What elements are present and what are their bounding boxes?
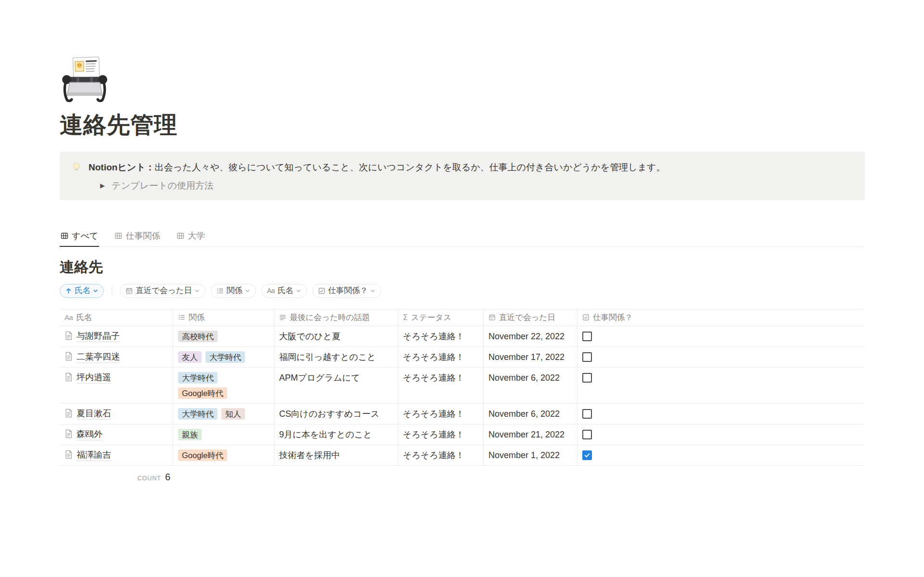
aa-icon: Aa (267, 287, 275, 295)
relation-cell[interactable]: 大学時代知人 (173, 404, 274, 424)
table-header-row: Aa 氏名 関係 最後に会った時の話題 Σ ステータス 直近で会った日 仕事関係… (60, 309, 865, 326)
table-row[interactable]: 坪内逍遥 大学時代Google時代 APMプログラムにて そろそろ連絡！ Nov… (60, 368, 865, 404)
table-row[interactable]: 与謝野晶子 高校時代 大阪でのひと夏 そろそろ連絡！ November 22, … (60, 326, 865, 347)
status-cell[interactable]: そろそろ連絡！ (398, 368, 484, 403)
relation-tag: 大学時代 (205, 351, 245, 363)
page-icon (64, 450, 73, 459)
column-header[interactable]: Σ ステータス (398, 309, 484, 326)
column-header[interactable]: Aa 氏名 (60, 309, 173, 326)
work-checkbox[interactable] (582, 352, 592, 362)
work-checkbox[interactable] (582, 409, 592, 419)
status-text: そろそろ連絡！ (403, 408, 464, 420)
table-row[interactable]: 福澤諭吉 Google時代 技術者を採用中 そろそろ連絡！ November 1… (60, 445, 865, 466)
topic-cell[interactable]: 技術者を採用中 (274, 445, 398, 465)
count-cell[interactable]: COUNT 6 (60, 466, 173, 483)
name-cell[interactable]: 夏目漱石 (60, 404, 173, 424)
date-cell[interactable]: November 22, 2022 (484, 326, 578, 346)
collection-title: 連絡先 (60, 257, 865, 277)
table-icon (177, 232, 184, 240)
topic-cell[interactable]: CS向けのおすすめコース (274, 404, 398, 424)
work-checkbox[interactable] (582, 332, 592, 341)
table-row[interactable]: 森鴎外 親族 9月に本を出すとのこと そろそろ連絡！ November 21, … (60, 424, 865, 445)
filter-chip[interactable]: 関係 (211, 284, 256, 298)
filter-chip-label: 仕事関係？ (328, 285, 368, 296)
page-icon (64, 331, 73, 340)
name-cell[interactable]: 坪内逍遥 (60, 368, 173, 403)
tag-list: 友人大学時代 (178, 351, 245, 363)
filter-chips: 直近で会った日 関係 Aa 氏名 仕事関係？ (120, 284, 381, 298)
toolbar-divider (112, 286, 112, 295)
contact-name: 福澤諭吉 (77, 449, 111, 461)
sort-chip[interactable]: 氏名 (60, 284, 104, 298)
topic-text: CS向けのおすすめコース (279, 408, 379, 420)
status-cell[interactable]: そろそろ連絡！ (398, 404, 484, 424)
tab-label: 大学 (188, 230, 205, 242)
relation-cell[interactable]: 高校時代 (173, 326, 274, 346)
tab-label: すべて (72, 230, 98, 242)
work-cell (578, 404, 865, 424)
work-checkbox[interactable] (582, 430, 592, 439)
filter-chip-label: 関係 (227, 285, 243, 296)
date-cell[interactable]: November 17, 2022 (484, 347, 578, 367)
contact-name: 坪内逍遥 (77, 372, 111, 384)
filter-chip[interactable]: Aa 氏名 (261, 284, 307, 298)
notion-page: 連絡先管理 Notionヒント：出会った人々や、彼らについて知っていること、次に… (0, 0, 924, 483)
relation-tag: 大学時代 (178, 408, 218, 420)
status-cell[interactable]: そろそろ連絡！ (398, 445, 484, 465)
date-cell[interactable]: November 6, 2022 (484, 404, 578, 424)
aa-icon: Aa (64, 313, 73, 321)
count-value: 6 (165, 472, 170, 483)
card-index-icon[interactable] (60, 55, 110, 105)
work-checkbox[interactable] (582, 373, 592, 383)
date-cell[interactable]: November 1, 2022 (484, 445, 578, 465)
filter-chip[interactable]: 直近で会った日 (120, 284, 205, 298)
table-footer: COUNT 6 (60, 466, 865, 483)
template-usage-toggle[interactable]: ▶ テンプレートの使用方法 (100, 180, 853, 192)
topic-cell[interactable]: 福岡に引っ越すとのこと (274, 347, 398, 367)
relation-cell[interactable]: 親族 (173, 424, 274, 445)
relation-cell[interactable]: Google時代 (173, 445, 274, 465)
text-icon (279, 314, 286, 321)
chevron-down-icon (370, 288, 375, 294)
status-cell[interactable]: そろそろ連絡！ (398, 326, 484, 346)
table-row[interactable]: 二葉亭四迷 友人大学時代 福岡に引っ越すとのこと そろそろ連絡！ Novembe… (60, 347, 865, 368)
name-cell[interactable]: 二葉亭四迷 (60, 347, 173, 367)
table-icon (61, 232, 68, 240)
topic-cell[interactable]: APMプログラムにて (274, 368, 398, 403)
relation-tag: Google時代 (178, 449, 227, 461)
checkbox-icon (582, 314, 590, 321)
table-body: 与謝野晶子 高校時代 大阪でのひと夏 そろそろ連絡！ November 22, … (60, 326, 865, 466)
table-row[interactable]: 夏目漱石 大学時代知人 CS向けのおすすめコース そろそろ連絡！ Novembe… (60, 404, 865, 424)
lightbulb-icon (71, 162, 82, 172)
status-text: そろそろ連絡！ (403, 429, 464, 440)
view-tab-仕事関係[interactable]: 仕事関係 (114, 229, 161, 247)
work-checkbox[interactable] (582, 450, 592, 460)
status-cell[interactable]: そろそろ連絡！ (398, 424, 484, 445)
column-header[interactable]: 最後に会った時の話題 (274, 309, 398, 326)
tag-list: 大学時代Google時代 (178, 372, 227, 399)
name-cell[interactable]: 福澤諭吉 (60, 445, 173, 465)
date-cell[interactable]: November 21, 2022 (484, 424, 578, 445)
topic-cell[interactable]: 大阪でのひと夏 (274, 326, 398, 346)
hint-label: Notionヒント： (89, 162, 154, 172)
status-text: そろそろ連絡！ (403, 372, 464, 384)
topic-cell[interactable]: 9月に本を出すとのこと (274, 424, 398, 445)
relation-cell[interactable]: 友人大学時代 (173, 347, 274, 367)
view-tab-大学[interactable]: 大学 (176, 229, 206, 247)
view-tab-すべて[interactable]: すべて (60, 229, 99, 247)
tag-list: 高校時代 (178, 331, 218, 342)
hint-body: 出会った人々や、彼らについて知っていること、次にいつコンタクトを取るか、仕事上の… (154, 162, 665, 172)
name-cell[interactable]: 与謝野晶子 (60, 326, 173, 346)
column-header[interactable]: 直近で会った日 (484, 309, 578, 326)
filter-chip[interactable]: 仕事関係？ (312, 284, 382, 298)
date-text: November 6, 2022 (488, 408, 560, 420)
page-title: 連絡先管理 (60, 111, 865, 139)
relation-cell[interactable]: 大学時代Google時代 (173, 368, 274, 403)
status-cell[interactable]: そろそろ連絡！ (398, 347, 484, 367)
calendar-icon (488, 314, 496, 321)
tag-list: Google時代 (178, 449, 227, 461)
column-header[interactable]: 仕事関係？ (578, 309, 865, 326)
date-cell[interactable]: November 6, 2022 (484, 368, 578, 403)
name-cell[interactable]: 森鴎外 (60, 424, 173, 445)
column-header[interactable]: 関係 (173, 309, 274, 326)
